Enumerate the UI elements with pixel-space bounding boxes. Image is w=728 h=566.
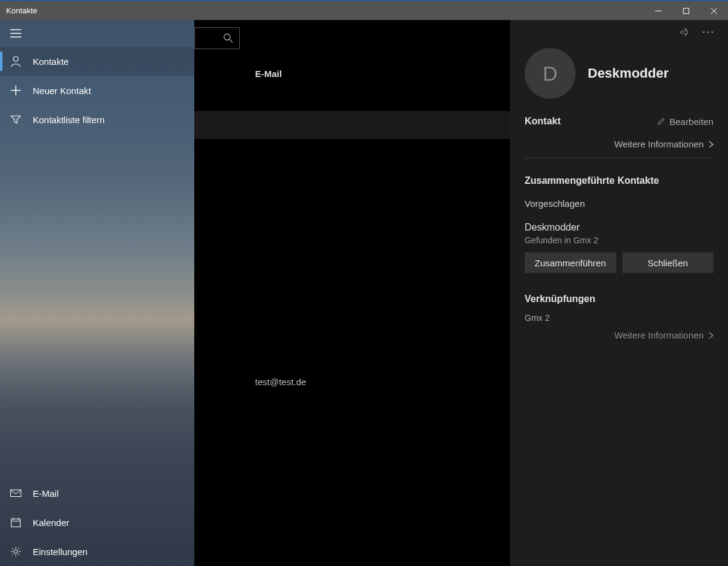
more-button[interactable]	[702, 31, 713, 33]
link-item[interactable]: Gmx 2	[525, 313, 713, 323]
sidebar-item-filter[interactable]: Kontaktliste filtern	[0, 105, 194, 134]
svg-point-26	[703, 32, 705, 33]
close-icon	[711, 8, 717, 14]
pin-icon	[679, 27, 689, 37]
contact-list-panel: E-Mail test@test.de	[194, 20, 510, 566]
hamburger-icon	[10, 29, 21, 38]
sidebar-item-label: E-Mail	[33, 488, 59, 499]
contact-email-value: test@test.de	[255, 377, 306, 387]
chevron-right-icon	[709, 141, 713, 148]
mail-icon	[10, 487, 22, 499]
svg-line-21	[18, 554, 19, 555]
svg-line-20	[12, 548, 13, 549]
svg-rect-11	[12, 519, 21, 527]
merged-contact-source: Gefunden in Gmx 2	[525, 235, 713, 245]
close-merge-button[interactable]: Schließen	[622, 252, 714, 273]
sidebar: Kontakte Neuer Kontakt Kontaktliste filt…	[0, 20, 194, 566]
person-icon	[10, 55, 22, 67]
svg-line-23	[12, 554, 13, 555]
gear-icon	[10, 545, 22, 558]
search-input[interactable]	[194, 27, 240, 49]
svg-rect-1	[684, 8, 689, 13]
maximize-button[interactable]	[672, 1, 700, 20]
minimize-button[interactable]	[644, 1, 672, 20]
more-info-link[interactable]: Weitere Informationen	[525, 139, 713, 149]
chevron-right-icon	[709, 332, 713, 339]
pencil-icon	[657, 117, 665, 126]
sidebar-item-contacts[interactable]: Kontakte	[0, 47, 194, 76]
hamburger-button[interactable]	[10, 27, 22, 39]
svg-line-25	[230, 39, 233, 42]
suggested-label: Vorgeschlagen	[525, 198, 713, 209]
svg-point-7	[13, 56, 18, 61]
avatar-initial: D	[543, 62, 558, 86]
contact-list-row[interactable]	[194, 111, 510, 139]
minimize-icon	[655, 8, 661, 14]
divider	[525, 158, 713, 158]
links-title: Verknüpfungen	[525, 294, 713, 305]
more-info-label: Weitere Informationen	[614, 139, 704, 149]
more-info-link-2[interactable]: Weitere Informationen	[525, 330, 713, 340]
svg-point-27	[707, 32, 709, 33]
sidebar-item-label: Kalender	[33, 517, 69, 528]
sidebar-item-label: Kontaktliste filtern	[33, 115, 104, 125]
sidebar-item-label: Kontakte	[33, 56, 69, 67]
maximize-icon	[683, 8, 689, 14]
sidebar-item-calendar[interactable]: Kalender	[0, 508, 194, 537]
edit-button[interactable]: Bearbeiten	[657, 116, 713, 127]
sidebar-item-settings[interactable]: Einstellungen	[0, 537, 194, 566]
pin-button[interactable]	[679, 27, 689, 37]
svg-point-24	[224, 34, 230, 40]
sidebar-item-label: Einstellungen	[33, 547, 87, 557]
more-info-label-2: Weitere Informationen	[614, 330, 704, 340]
ellipsis-icon	[702, 31, 713, 33]
svg-line-22	[18, 548, 19, 549]
tab-email[interactable]: E-Mail	[255, 69, 282, 79]
sidebar-item-email[interactable]: E-Mail	[0, 479, 194, 508]
edit-label: Bearbeiten	[669, 116, 713, 127]
close-button[interactable]	[700, 1, 728, 20]
merged-contacts-title: Zusammengeführte Kontakte	[525, 173, 713, 186]
merged-contact-name: Deskmodder	[525, 222, 713, 233]
titlebar: Kontakte	[0, 0, 728, 20]
svg-point-28	[712, 32, 713, 33]
search-icon	[223, 33, 233, 43]
avatar: D	[525, 48, 576, 99]
svg-rect-10	[11, 490, 21, 497]
filter-icon	[10, 113, 22, 126]
svg-point-15	[14, 550, 18, 553]
contact-name: Deskmodder	[588, 66, 668, 81]
section-contact-title: Kontakt	[525, 116, 561, 127]
merge-button[interactable]: Zusammenführen	[525, 252, 616, 273]
plus-icon	[10, 84, 22, 96]
contact-detail-panel: D Deskmodder Kontakt Bearbeiten Weitere …	[510, 20, 728, 566]
window-title: Kontakte	[6, 6, 37, 15]
calendar-icon	[10, 516, 22, 528]
sidebar-item-new-contact[interactable]: Neuer Kontakt	[0, 76, 194, 105]
sidebar-item-label: Neuer Kontakt	[33, 86, 91, 96]
